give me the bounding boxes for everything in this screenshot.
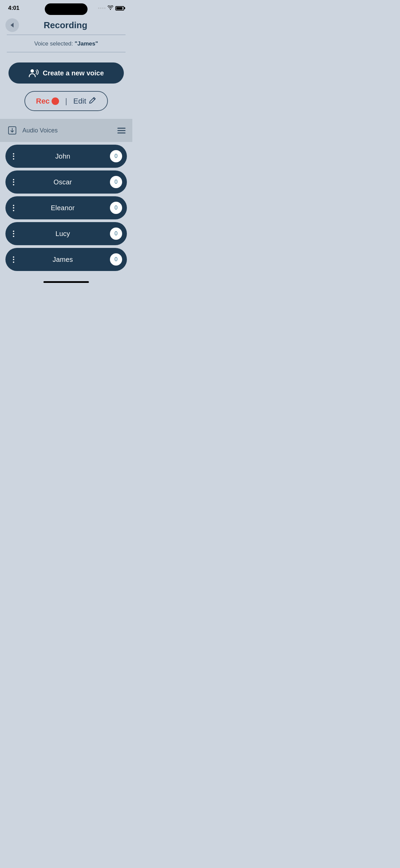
- battery-icon: [115, 6, 124, 11]
- voice-name: Oscar: [16, 178, 110, 186]
- voice-list-item[interactable]: Oscar 0: [5, 170, 127, 194]
- create-voice-label: Create a new voice: [43, 69, 104, 77]
- voice-list-item[interactable]: James 0: [5, 248, 127, 271]
- dot-icon: [13, 158, 14, 160]
- home-bar: [43, 281, 89, 283]
- menu-line: [117, 130, 126, 131]
- voice-list: John 0 Oscar 0 Eleanor 0 Lucy 0: [0, 142, 132, 278]
- voice-divider: [7, 52, 126, 52]
- rec-edit-row: Rec | Edit: [24, 91, 108, 111]
- dot-icon: [13, 210, 14, 211]
- dot-icon: [13, 179, 14, 180]
- audio-voices-section: Audio Voices John 0 Oscar 0 Eleanor: [0, 119, 132, 278]
- signal-icon: [98, 7, 106, 9]
- menu-line: [117, 128, 126, 129]
- dot-icon: [13, 205, 14, 206]
- rec-dot-icon: [52, 97, 59, 105]
- voice-count: 0: [110, 150, 122, 162]
- status-bar: 4:01: [0, 0, 132, 14]
- header: Recording: [0, 14, 132, 35]
- back-button[interactable]: [5, 18, 19, 32]
- voice-count: 0: [110, 202, 122, 214]
- dot-icon: [13, 236, 14, 237]
- edit-label: Edit: [73, 97, 86, 106]
- voice-list-item[interactable]: John 0: [5, 145, 127, 168]
- voice-dots-button[interactable]: [12, 255, 16, 264]
- voice-name: Eleanor: [16, 204, 110, 212]
- dot-icon: [13, 156, 14, 157]
- voice-count: 0: [110, 176, 122, 188]
- dot-icon: [13, 261, 14, 263]
- pencil-icon: [89, 96, 96, 106]
- notch: [45, 3, 88, 15]
- rec-label: Rec: [36, 97, 50, 106]
- menu-icon[interactable]: [117, 128, 126, 133]
- create-voice-button[interactable]: Create a new voice: [8, 62, 124, 84]
- audio-voices-label: Audio Voices: [22, 127, 113, 134]
- person-wave-icon: [28, 69, 39, 77]
- voice-selected-label: Voice selected: "James": [0, 35, 132, 52]
- voice-dots-button[interactable]: [12, 152, 16, 161]
- voice-list-item[interactable]: Eleanor 0: [5, 196, 127, 219]
- rec-edit-button[interactable]: Rec | Edit: [24, 91, 108, 111]
- menu-line: [117, 132, 126, 133]
- voice-name: James: [16, 256, 110, 264]
- voice-list-item[interactable]: Lucy 0: [5, 222, 127, 245]
- status-time: 4:01: [8, 5, 19, 12]
- dot-icon: [13, 259, 14, 260]
- voice-dots-button[interactable]: [12, 203, 16, 213]
- separator: |: [65, 97, 67, 106]
- audio-voices-header: Audio Voices: [0, 119, 132, 142]
- voice-dots-button[interactable]: [12, 178, 16, 187]
- wifi-icon: [108, 5, 113, 11]
- dot-icon: [13, 233, 14, 234]
- voice-name: John: [16, 152, 110, 160]
- voice-count: 0: [110, 228, 122, 240]
- dot-icon: [13, 181, 14, 183]
- download-icon[interactable]: [7, 125, 18, 136]
- dot-icon: [13, 184, 14, 185]
- svg-point-0: [31, 69, 34, 73]
- dot-icon: [13, 256, 14, 258]
- back-chevron-icon: [11, 23, 14, 28]
- status-icons: [98, 5, 124, 11]
- home-indicator: [0, 278, 132, 288]
- dot-icon: [13, 207, 14, 209]
- dot-icon: [13, 153, 14, 155]
- voice-dots-button[interactable]: [12, 229, 16, 238]
- page-title: Recording: [19, 20, 112, 31]
- voice-count: 0: [110, 253, 122, 266]
- dot-icon: [13, 231, 14, 232]
- voice-name: Lucy: [16, 230, 110, 238]
